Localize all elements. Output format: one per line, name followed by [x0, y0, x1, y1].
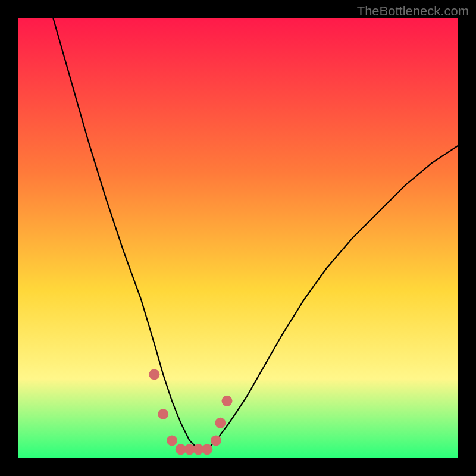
- marker-dot: [158, 409, 168, 419]
- bottleneck-chart: [18, 18, 458, 458]
- gradient-background: [18, 18, 458, 458]
- marker-dot: [167, 435, 177, 446]
- marker-dot: [149, 369, 159, 380]
- marker-dot: [215, 418, 226, 428]
- marker-dot: [222, 396, 233, 406]
- marker-dot: [211, 435, 221, 446]
- chart-container: [18, 18, 458, 458]
- watermark-text: TheBottleneck.com: [357, 4, 469, 19]
- marker-dot: [202, 444, 212, 455]
